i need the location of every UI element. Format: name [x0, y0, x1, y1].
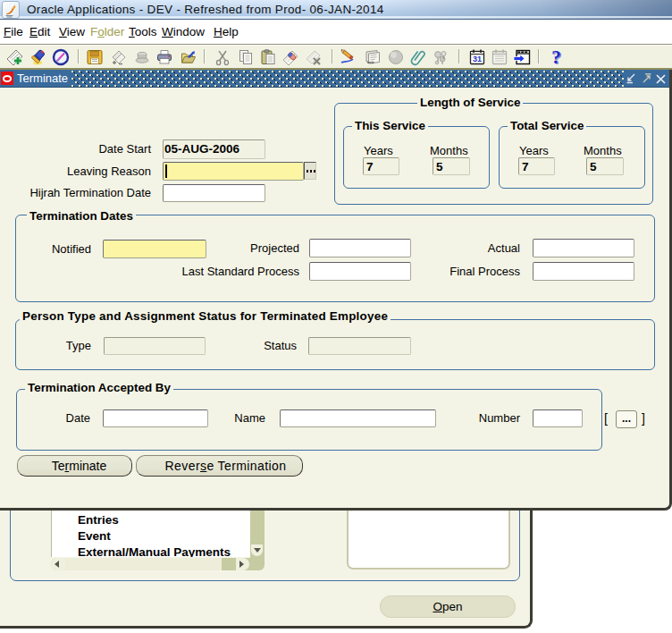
svg-text:31: 31	[473, 55, 482, 63]
svg-text:?: ?	[551, 48, 561, 68]
